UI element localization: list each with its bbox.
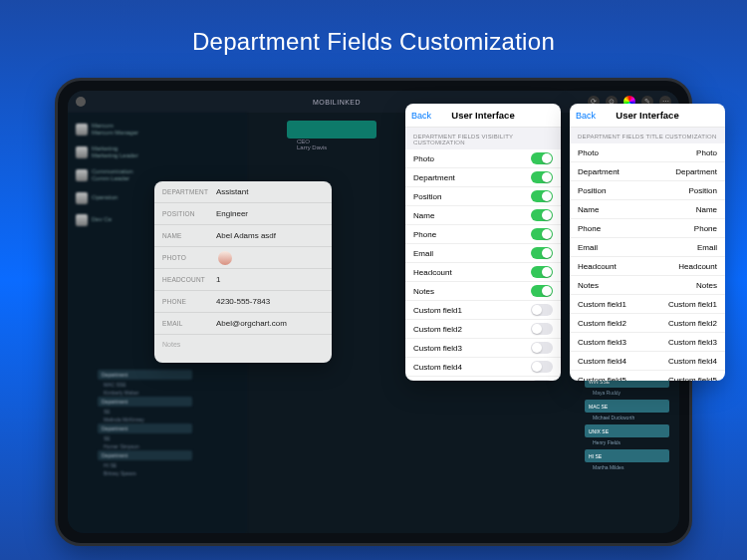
person-name: MarcomMarcom Manager: [92, 123, 138, 136]
visibility-toggle[interactable]: [531, 190, 553, 202]
visibility-toggle[interactable]: [531, 152, 553, 164]
sidebar-person[interactable]: MarcomMarcom Manager: [76, 121, 239, 138]
visibility-toggle[interactable]: [531, 323, 553, 335]
dept-sub: HI SE: [98, 461, 192, 469]
person-name: Operation: [92, 194, 118, 201]
title-row[interactable]: NotesNotes: [570, 276, 725, 295]
visibility-row: Department: [405, 168, 561, 187]
back-button[interactable]: Back: [411, 111, 431, 121]
title-row[interactable]: PositionPosition: [570, 181, 725, 200]
field-label: Custom field1: [578, 300, 626, 309]
card-row-label: NAME: [154, 232, 216, 239]
card-row: POSITIONEngineer: [154, 203, 332, 225]
visibility-toggle[interactable]: [531, 380, 553, 381]
person-name: MarketingMarketing Leader: [92, 145, 138, 158]
field-title-value: Headcount: [678, 262, 717, 271]
title-row[interactable]: HeadcountHeadcount: [570, 257, 725, 276]
title-row[interactable]: NameName: [570, 200, 725, 219]
title-row[interactable]: DepartmentDepartment: [570, 162, 725, 181]
visibility-row: Custom field1: [405, 301, 561, 320]
person-name: Dev Ce: [92, 216, 112, 223]
field-label: Phone: [578, 224, 601, 233]
field-label: Custom field3: [578, 338, 626, 347]
field-title-value: Notes: [696, 281, 717, 290]
visibility-toggle[interactable]: [531, 342, 553, 354]
field-label: Notes: [578, 281, 599, 290]
notes-field[interactable]: Notes: [154, 335, 332, 363]
dept-sub: SE: [98, 434, 192, 442]
title-row[interactable]: EmailEmail: [570, 238, 725, 257]
card-row-value: 1: [216, 275, 220, 284]
node-name: Martha Mildes: [585, 464, 669, 474]
visibility-toggle[interactable]: [531, 228, 553, 240]
field-label: Custom field4: [578, 357, 626, 366]
back-button[interactable]: Back: [576, 111, 596, 121]
employee-detail-card: DEPARTMENTAssistantPOSITIONEngineerNAMEA…: [154, 181, 332, 363]
dept-sub: MAC SSE: [98, 381, 192, 389]
title-row[interactable]: Custom field1Custom field1: [570, 295, 725, 314]
card-row-value: 4230-555-7843: [216, 297, 270, 306]
avatar: [76, 214, 88, 226]
title-panel: Back User Interface DEPARTMENT FIELDS TI…: [570, 104, 725, 381]
card-row-label: EMAIL: [154, 320, 216, 327]
field-label: Department: [413, 173, 455, 182]
card-row: DEPARTMENTAssistant: [154, 181, 332, 203]
visibility-toggle[interactable]: [531, 266, 553, 278]
field-label: Position: [413, 192, 441, 201]
avatar: [76, 169, 88, 181]
node-name: Michael Duckworth: [585, 415, 669, 424]
menu-dot-icon[interactable]: [76, 97, 86, 107]
visibility-toggle[interactable]: [531, 247, 553, 259]
title-row[interactable]: Custom field4Custom field4: [570, 352, 725, 371]
org-node-root: [287, 121, 376, 139]
visibility-row: Photo: [405, 149, 561, 168]
visibility-toggle[interactable]: [531, 171, 553, 183]
field-label: Photo: [578, 148, 599, 157]
card-photo: [218, 251, 232, 265]
visibility-row: Headcount: [405, 263, 561, 282]
dept-header: Department: [98, 450, 192, 460]
sidebar-person[interactable]: MarketingMarketing Leader: [76, 143, 239, 160]
field-label: Headcount: [413, 268, 452, 277]
card-row-value: Assistant: [216, 187, 248, 196]
field-label: Custom field4: [413, 363, 462, 372]
field-title-value: Phone: [694, 224, 717, 233]
dept-header: Department: [98, 423, 192, 433]
card-row-value: Abel@orgchart.com: [216, 319, 287, 328]
visibility-row: Email: [405, 244, 561, 263]
panel-title: User Interface: [451, 110, 514, 121]
person-name: CommunicationComm Leader: [92, 168, 133, 181]
visibility-row: Custom field5: [405, 377, 561, 381]
title-row[interactable]: PhonePhone: [570, 219, 725, 238]
visibility-row: Custom field4: [405, 358, 561, 377]
field-title-value: Name: [696, 205, 717, 214]
node-name: Maya Ruddy: [585, 390, 669, 400]
title-row[interactable]: Custom field3Custom field3: [570, 333, 725, 352]
node-header: MAC SE: [585, 400, 669, 413]
section-header-titles: DEPARTMENT FIELDS TITLE CUSTOMIZATION: [570, 128, 725, 143]
bg-dept-list: DepartmentMAC SSEKimberly WeberDepartmen…: [98, 370, 192, 477]
org-node-root-label: CEOLarry Davis: [297, 139, 327, 150]
visibility-toggle[interactable]: [531, 304, 553, 316]
field-label: Name: [578, 205, 599, 214]
field-title-value: Custom field4: [668, 357, 717, 366]
title-row[interactable]: Custom field2Custom field2: [570, 314, 725, 333]
title-row[interactable]: PhotoPhoto: [570, 143, 725, 162]
visibility-toggle[interactable]: [531, 209, 553, 221]
field-label: Email: [413, 249, 433, 258]
field-label: Photo: [413, 154, 434, 163]
visibility-row: Position: [405, 187, 561, 206]
panel-header: Back User Interface: [570, 104, 725, 128]
field-title-value: Custom field2: [668, 319, 717, 328]
card-row: PHOTO: [154, 247, 332, 269]
node-header: UNIX SE: [585, 424, 669, 437]
visibility-row: Phone: [405, 225, 561, 244]
field-label: Phone: [413, 230, 436, 239]
visibility-toggle[interactable]: [531, 285, 553, 297]
field-label: Email: [578, 243, 598, 252]
field-label: Headcount: [578, 262, 617, 271]
visibility-toggle[interactable]: [531, 361, 553, 373]
title-row[interactable]: Custom field5Custom field5: [570, 371, 725, 381]
avatar: [76, 192, 88, 204]
app-name: MOBILINKED: [313, 99, 361, 106]
